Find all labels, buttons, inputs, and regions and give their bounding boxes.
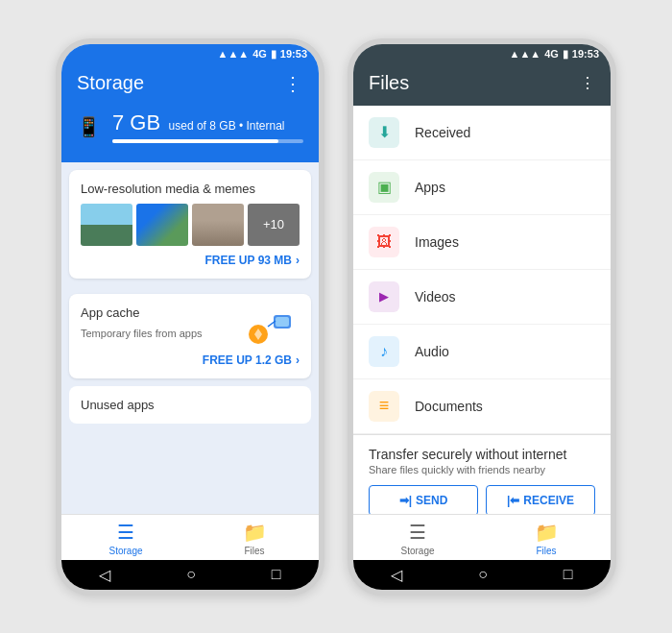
storage-gb: 7 GB	[112, 110, 160, 134]
storage-progress-fill	[112, 139, 278, 143]
file-item-videos[interactable]: ▶ Videos	[353, 270, 611, 325]
thumb-beach	[81, 204, 132, 246]
right-bottom-nav: ☰ Storage 📁 Files	[353, 514, 611, 560]
left-header: Storage ⋮	[61, 64, 319, 110]
home-button[interactable]: ○	[478, 566, 488, 583]
storage-nav-label: Storage	[400, 546, 434, 556]
media-card: Low-resolution media & memes +10 FREE UP…	[69, 170, 311, 279]
receive-label: RECEIVE	[523, 494, 574, 507]
time-label: 19:53	[280, 48, 307, 60]
media-grid: +10	[81, 204, 300, 246]
back-button[interactable]: ◁	[391, 566, 402, 584]
nav-storage[interactable]: ☰ Storage	[61, 521, 190, 556]
storage-nav-label: Storage	[108, 546, 142, 556]
file-item-documents[interactable]: ≡ Documents	[353, 379, 611, 434]
cache-card-text: App cache Temporary files from apps	[81, 305, 203, 343]
transfer-section: Transfer securely without internet Share…	[353, 434, 611, 514]
thumb-crowd	[136, 204, 188, 246]
file-item-audio[interactable]: ♪ Audio	[353, 325, 611, 379]
left-phone: ▲▲▲ 4G ▮ 19:53 Storage ⋮ 📱 7 GB used of …	[56, 38, 324, 596]
signal-icon: ▲▲▲	[218, 48, 250, 60]
left-bottom-nav: ☰ Storage 📁 Files	[61, 514, 319, 560]
device-icon: 📱	[77, 115, 101, 138]
transfer-title: Transfer securely without internet	[369, 447, 595, 462]
send-arrow-icon: ➡|	[399, 494, 412, 507]
documents-icon: ≡	[369, 391, 399, 422]
received-icon: ⬇	[369, 117, 399, 148]
back-button[interactable]: ◁	[99, 566, 110, 584]
battery-icon: ▮	[271, 48, 276, 61]
storage-nav-icon: ☰	[409, 521, 426, 544]
storage-nav-icon: ☰	[117, 521, 134, 544]
right-header: Files ⋮	[353, 64, 611, 106]
nav-storage[interactable]: ☰ Storage	[353, 521, 482, 556]
battery-icon: ▮	[563, 48, 568, 61]
receive-button[interactable]: |⬅ RECEIVE	[486, 485, 595, 514]
signal-icon: ▲▲▲	[510, 48, 541, 60]
files-nav-label: Files	[536, 546, 556, 556]
file-item-apps[interactable]: ▣ Apps	[353, 160, 611, 215]
file-item-received[interactable]: ⬇ Received	[353, 106, 611, 160]
unused-apps-card: Unused apps	[69, 386, 311, 424]
transfer-desc: Share files quickly with friends nearby	[369, 464, 595, 475]
apps-icon: ▣	[369, 172, 399, 203]
page-title: Storage	[77, 72, 144, 94]
network-label: 4G	[544, 48, 559, 60]
cache-card-title: App cache	[81, 305, 203, 320]
files-nav-label: Files	[244, 546, 264, 556]
left-content: Low-resolution media & memes +10 FREE UP…	[61, 162, 319, 514]
audio-icon: ♪	[369, 336, 399, 367]
unused-apps-title: Unused apps	[81, 398, 300, 412]
media-free-up-button[interactable]: FREE UP 93 MB ›	[81, 254, 300, 267]
home-button[interactable]: ○	[186, 566, 196, 583]
menu-icon[interactable]: ⋮	[580, 74, 595, 92]
send-button[interactable]: ➡| SEND	[369, 485, 478, 514]
menu-icon[interactable]: ⋮	[283, 72, 303, 95]
documents-label: Documents	[415, 399, 483, 414]
recent-button[interactable]: □	[272, 566, 281, 583]
images-icon: 🖼	[369, 227, 399, 257]
files-nav-icon: 📁	[243, 521, 267, 544]
storage-sub: used of 8 GB • Internal	[169, 119, 285, 133]
storage-progress-bar	[112, 139, 303, 143]
nav-files[interactable]: 📁 Files	[190, 521, 319, 556]
videos-icon: ▶	[369, 281, 399, 312]
audio-label: Audio	[415, 344, 449, 359]
right-status-bar: ▲▲▲ 4G ▮ 19:53	[353, 44, 611, 64]
receive-arrow-icon: |⬅	[507, 494, 519, 507]
apps-label: Apps	[415, 180, 445, 195]
nav-files[interactable]: 📁 Files	[482, 521, 611, 556]
network-label: 4G	[252, 48, 267, 60]
left-sys-nav: ◁ ○ □	[61, 560, 319, 590]
storage-info: 📱 7 GB used of 8 GB • Internal	[61, 110, 319, 162]
storage-text: 7 GB used of 8 GB • Internal	[112, 110, 303, 143]
media-card-title: Low-resolution media & memes	[81, 182, 300, 196]
cache-card-row: App cache Temporary files from apps	[81, 305, 300, 353]
svg-rect-1	[276, 317, 289, 327]
cache-icon	[242, 305, 300, 353]
cache-card-desc: Temporary files from apps	[81, 328, 203, 339]
files-nav-icon: 📁	[535, 521, 559, 544]
transfer-buttons: ➡| SEND |⬅ RECEIVE	[369, 485, 595, 514]
time-label: 19:53	[572, 48, 599, 60]
left-status-bar: ▲▲▲ 4G ▮ 19:53	[61, 44, 319, 64]
thumb-cat	[192, 204, 244, 246]
received-label: Received	[415, 125, 470, 140]
send-label: SEND	[416, 494, 447, 507]
page-title: Files	[369, 72, 409, 94]
videos-label: Videos	[415, 289, 456, 304]
recent-button[interactable]: □	[564, 566, 573, 583]
cache-card: App cache Temporary files from apps	[69, 294, 311, 378]
images-label: Images	[415, 234, 459, 250]
thumb-more: +10	[248, 204, 300, 246]
cache-free-up-button[interactable]: FREE UP 1.2 GB ›	[81, 353, 300, 367]
file-list: ⬇ Received ▣ Apps 🖼 Images ▶ Videos ♪	[353, 106, 611, 434]
right-sys-nav: ◁ ○ □	[353, 560, 611, 590]
right-content: ⬇ Received ▣ Apps 🖼 Images ▶ Videos ♪	[353, 106, 611, 514]
file-item-images[interactable]: 🖼 Images	[353, 215, 611, 270]
right-phone: ▲▲▲ 4G ▮ 19:53 Files ⋮ ⬇ Received ▣ Apps	[348, 38, 616, 596]
